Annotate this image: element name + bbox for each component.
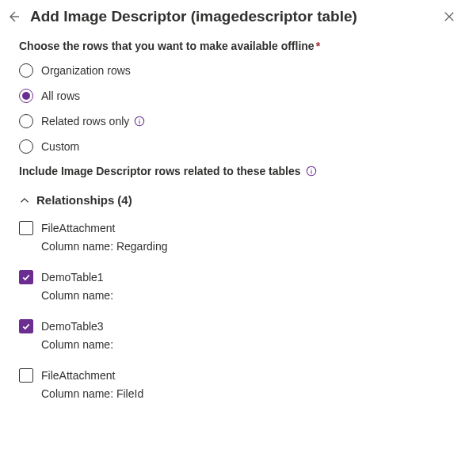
svg-point-1: [139, 119, 140, 120]
relationship-column-label: Column name: FileId: [41, 387, 450, 400]
relationship-item: FileAttachmentColumn name: FileId: [19, 368, 450, 400]
relationship-row: FileAttachment: [19, 221, 450, 235]
dialog-title: Add Image Descriptor (imagedescriptor ta…: [30, 8, 442, 25]
relationship-table-label: DemoTable3: [41, 320, 104, 333]
info-icon[interactable]: [306, 166, 317, 177]
relationship-item: DemoTable3Column name:: [19, 319, 450, 351]
relationship-row: DemoTable3: [19, 319, 450, 333]
info-icon[interactable]: [134, 116, 145, 127]
rows-radio-group: Organization rowsAll rowsRelated rows on…: [19, 63, 450, 154]
relationship-table-label: FileAttachment: [41, 222, 115, 234]
relationship-table-label: DemoTable1: [41, 271, 104, 284]
relationship-item: FileAttachmentColumn name: Regarding: [19, 221, 450, 253]
svg-point-3: [311, 169, 311, 169]
relationships-toggle[interactable]: Relationships (4): [19, 193, 450, 207]
relationships-title: Relationships: [36, 193, 114, 207]
relationship-checkbox[interactable]: [19, 368, 33, 383]
relationship-checkbox[interactable]: [19, 270, 33, 284]
dialog-header: Add Image Descriptor (imagedescriptor ta…: [0, 0, 469, 30]
prompt-text: Choose the rows that you want to make av…: [19, 40, 315, 52]
relationship-column-label: Column name:: [41, 289, 450, 302]
prompt-label: Choose the rows that you want to make av…: [19, 40, 450, 52]
relationship-column-label: Column name:: [41, 338, 450, 351]
radio-label: Custom: [41, 140, 79, 153]
radio-label: Organization rows: [41, 64, 131, 77]
relationship-checkbox[interactable]: [19, 221, 33, 235]
dialog-content: Choose the rows that you want to make av…: [0, 30, 469, 400]
radio-option[interactable]: Custom: [19, 139, 450, 154]
relationship-column-label: Column name: Regarding: [41, 240, 450, 253]
relationship-row: DemoTable1: [19, 270, 450, 284]
relationship-row: FileAttachment: [19, 368, 450, 383]
relationship-item: DemoTable1Column name:: [19, 270, 450, 302]
radio-label: Related rows only: [41, 115, 129, 128]
required-asterisk: *: [316, 40, 320, 52]
relationship-checkbox[interactable]: [19, 319, 33, 333]
relationships-count: (4): [117, 193, 132, 207]
radio-label: All rows: [41, 89, 80, 102]
radio-circle-icon: [19, 89, 33, 103]
radio-circle-icon: [19, 139, 33, 154]
radio-circle-icon: [19, 114, 33, 128]
radio-option[interactable]: Related rows only: [19, 114, 450, 128]
close-icon[interactable]: [442, 10, 456, 24]
chevron-up-icon: [19, 195, 30, 206]
back-arrow-icon[interactable]: [6, 10, 21, 24]
relationship-table-label: FileAttachment: [41, 369, 115, 382]
include-subheading-text: Include Image Descriptor rows related to…: [19, 165, 301, 177]
include-subheading: Include Image Descriptor rows related to…: [19, 165, 450, 177]
radio-option[interactable]: Organization rows: [19, 63, 450, 78]
relationships-list: FileAttachmentColumn name: RegardingDemo…: [19, 221, 450, 400]
radio-option[interactable]: All rows: [19, 89, 450, 103]
radio-circle-icon: [19, 63, 33, 78]
